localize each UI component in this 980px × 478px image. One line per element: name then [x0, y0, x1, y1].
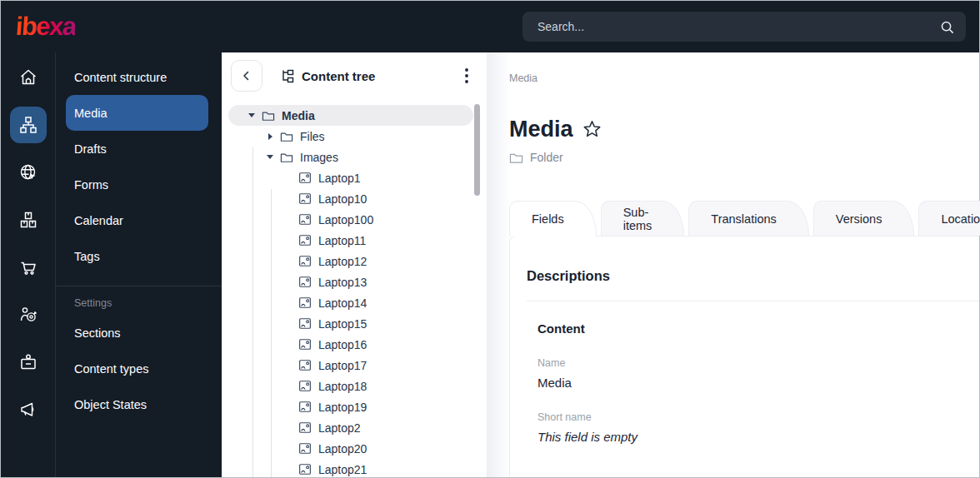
tree-item-laptop2[interactable]: Laptop2 — [222, 417, 487, 438]
ibexa-logo: ibexa — [15, 12, 77, 42]
field-value: Media — [538, 376, 979, 390]
home-icon[interactable] — [10, 59, 47, 96]
caret-right-icon[interactable] — [266, 133, 274, 140]
kebab-menu-icon[interactable] — [457, 63, 477, 88]
content-type-row: Folder — [509, 149, 979, 166]
sidebar-settings-items: SectionsContent typesObject States — [56, 315, 222, 422]
page-title: Media — [509, 117, 573, 142]
tree-item-label: Laptop10 — [318, 192, 367, 206]
folder-icon — [280, 131, 293, 142]
image-icon — [298, 401, 312, 413]
hierarchy-icon — [281, 69, 295, 83]
section-divider — [527, 301, 979, 301]
main-content: Media Media Folder FieldsSub-itemsTransl… — [487, 52, 979, 477]
icon-rail — [1, 52, 56, 477]
tree-item-label: Laptop21 — [318, 463, 367, 476]
tree-item-label: Laptop16 — [318, 338, 367, 351]
global-search[interactable] — [522, 12, 966, 42]
tree-item-laptop20[interactable]: Laptop20 — [222, 438, 487, 459]
sidebar-item-sections[interactable]: Sections — [56, 315, 222, 351]
content-tree-body: MediaFilesImagesLaptop1Laptop10Laptop100… — [222, 99, 487, 477]
sidebar-divider — [56, 286, 222, 286]
section-title: Descriptions — [527, 268, 979, 284]
sidebar-item-content-types[interactable]: Content types — [56, 351, 222, 386]
tree-item-laptop18[interactable]: Laptop18 — [222, 376, 487, 396]
tree-item-label: Laptop19 — [318, 401, 367, 414]
packages-icon[interactable] — [10, 202, 47, 238]
person-target-icon[interactable] — [10, 296, 47, 333]
image-icon — [298, 463, 312, 476]
tree-item-laptop19[interactable]: Laptop19 — [222, 396, 487, 417]
megaphone-icon[interactable] — [10, 391, 47, 428]
image-icon — [298, 442, 312, 455]
tree-item-label: Laptop1 — [318, 172, 361, 185]
title-row: Media — [509, 115, 979, 143]
collapse-tree-button[interactable] — [231, 60, 262, 92]
field-label: Short name — [538, 411, 979, 423]
sidebar-item-content-structure[interactable]: Content structure — [56, 59, 222, 95]
sidebar-menu: Content structureMediaDraftsFormsCalenda… — [56, 52, 222, 477]
tree-item-laptop14[interactable]: Laptop14 — [222, 292, 487, 313]
caret-down-icon[interactable] — [248, 113, 256, 117]
topbar: ibexa — [1, 1, 979, 52]
tree-rows: MediaFilesImagesLaptop1Laptop10Laptop100… — [222, 105, 487, 477]
tree-item-laptop12[interactable]: Laptop12 — [222, 251, 487, 271]
group-title: Content — [538, 321, 979, 336]
sidebar-item-drafts[interactable]: Drafts — [56, 131, 222, 167]
folder-icon — [280, 152, 293, 163]
tree-item-label: Media — [282, 109, 315, 122]
globe-cursor-icon[interactable] — [10, 154, 47, 191]
image-icon — [298, 338, 312, 351]
image-icon — [298, 213, 312, 226]
tree-item-media[interactable]: Media — [228, 105, 473, 126]
field-name: NameMedia — [538, 357, 979, 390]
sitemap-icon[interactable] — [10, 107, 47, 143]
cart-icon[interactable] — [10, 249, 47, 286]
folder-icon — [509, 152, 523, 164]
image-icon — [298, 421, 312, 434]
image-icon — [298, 359, 312, 371]
tab-bar: FieldsSub-itemsTranslationsVersionsLocat… — [509, 201, 979, 236]
field-short-name: Short nameThis field is empty — [538, 411, 979, 444]
tab-sub-items[interactable]: Sub-items — [601, 201, 685, 236]
breadcrumb[interactable]: Media — [509, 72, 979, 84]
tree-item-laptop21[interactable]: Laptop21 — [222, 459, 487, 477]
sidebar-item-tags[interactable]: Tags — [56, 238, 222, 274]
tree-item-images[interactable]: Images — [222, 147, 487, 167]
caret-down-icon[interactable] — [266, 155, 274, 159]
star-icon[interactable] — [582, 119, 602, 140]
content-type-label: Folder — [530, 151, 563, 164]
sidebar-item-forms[interactable]: Forms — [56, 167, 222, 202]
tab-translations[interactable]: Translations — [688, 201, 808, 236]
search-icon[interactable] — [939, 19, 955, 35]
tree-item-laptop16[interactable]: Laptop16 — [222, 334, 487, 355]
tree-item-files[interactable]: Files — [222, 126, 487, 147]
tree-item-laptop15[interactable]: Laptop15 — [222, 313, 487, 334]
tree-item-label: Laptop18 — [318, 380, 367, 393]
id-badge-icon[interactable] — [10, 344, 47, 381]
sidebar-item-calendar[interactable]: Calendar — [56, 202, 222, 238]
field-list: NameMediaShort nameThis field is empty — [527, 357, 979, 444]
image-icon — [298, 296, 312, 309]
sidebar-item-object-states[interactable]: Object States — [56, 386, 222, 422]
search-input[interactable] — [538, 20, 939, 33]
image-icon — [298, 317, 312, 330]
fields-card: Descriptions Content NameMediaShort name… — [509, 236, 979, 477]
tree-item-label: Laptop17 — [318, 359, 367, 372]
tree-scrollbar[interactable] — [474, 104, 480, 196]
tree-item-laptop11[interactable]: Laptop11 — [222, 230, 487, 251]
tree-item-laptop100[interactable]: Laptop100 — [222, 209, 487, 230]
image-icon — [298, 192, 312, 205]
content-tree-panel: Content tree MediaFilesImagesLaptop1Lapt… — [222, 52, 487, 477]
app-window: ibexa — [0, 0, 980, 478]
tab-versions[interactable]: Versions — [813, 201, 915, 236]
content-tree-header: Content tree — [222, 52, 487, 99]
tree-item-laptop10[interactable]: Laptop10 — [222, 188, 487, 209]
image-icon — [298, 380, 312, 392]
tab-fields[interactable]: Fields — [509, 201, 597, 237]
tree-item-laptop13[interactable]: Laptop13 — [222, 271, 487, 292]
tree-item-laptop1[interactable]: Laptop1 — [222, 167, 487, 188]
tree-item-laptop17[interactable]: Laptop17 — [222, 355, 487, 376]
sidebar-item-media[interactable]: Media — [66, 95, 208, 131]
tab-locations[interactable]: Locations — [918, 201, 980, 236]
